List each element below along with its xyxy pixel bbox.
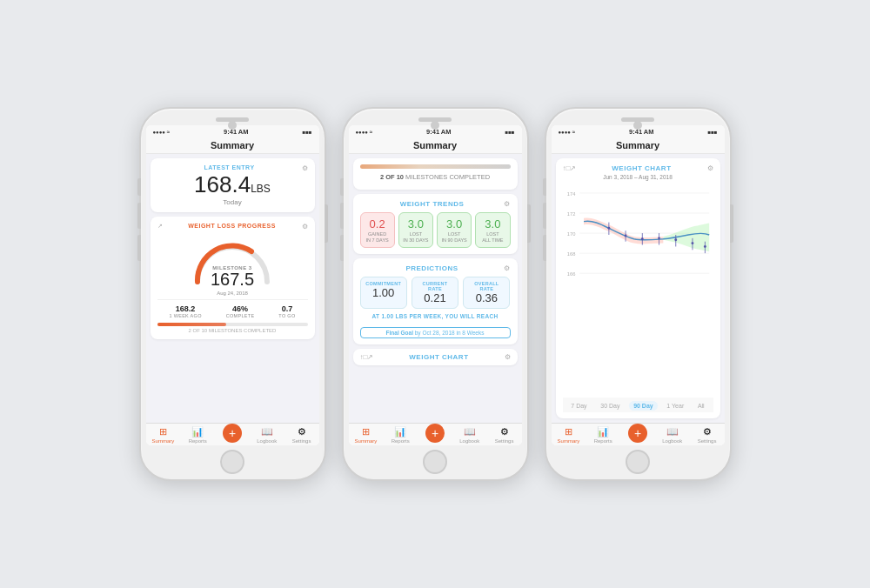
tab-reports-1[interactable]: 📊 Reports — [180, 426, 215, 444]
tab-summary-1[interactable]: ⊞ Summary — [146, 426, 181, 444]
prediction-reach-text: At 1.00 LBS Per Week, You Will Reach — [360, 313, 511, 319]
pred-overall-rate-label: Overall Rate — [467, 281, 505, 291]
expand-icon-3[interactable]: ↗ — [570, 164, 576, 172]
side-btn-mute — [137, 178, 141, 196]
status-bar-2: ●●●● ≈ 9:41 AM ■■■ — [349, 125, 522, 137]
weight-trends-card: Weight Trends ⚙ 0.2 Gainedin 7 Days 3.0 … — [353, 194, 518, 254]
signal-icon-2: ●●●● ≈ — [356, 130, 372, 135]
svg-text:166: 166 — [566, 271, 575, 277]
svg-point-23 — [703, 245, 706, 248]
trend-90day-value: 3.0 — [440, 217, 468, 231]
side-btn-power — [325, 204, 328, 243]
time-btn-90day[interactable]: 90 Day — [629, 401, 658, 411]
settings-tab-label-3: Settings — [698, 438, 717, 444]
status-time-3: 9:41 AM — [629, 128, 653, 136]
logbook-tab-icon-1: 📖 — [261, 426, 273, 438]
add-icon-3[interactable]: + — [628, 424, 647, 443]
time-selector: 7 Day 30 Day 90 Day 1 Year All — [563, 398, 713, 412]
tab-logbook-3[interactable]: 📖 Logbook — [655, 426, 690, 444]
time-btn-30day[interactable]: 30 Day — [596, 401, 624, 411]
pred-commitment-value: 1.00 — [365, 286, 403, 299]
goal-badge: Final Goal by Oct 28, 2018 in 8 Weeks — [360, 327, 511, 338]
latest-entry-gear-icon[interactable]: ⚙ — [302, 164, 308, 172]
stat-1week: 168.2 1 Week Ago — [169, 304, 201, 318]
tab-reports-3[interactable]: 📊 Reports — [586, 426, 620, 444]
svg-point-17 — [658, 237, 660, 239]
phone-2: ●●●● ≈ 9:41 AM ■■■ Summary 2 OF 10 MILES… — [342, 107, 529, 481]
expand-icon[interactable]: ↗ — [157, 223, 163, 230]
trend-90day-label: Lostin 90 Days — [440, 231, 468, 243]
tab-logbook-1[interactable]: 📖 Logbook — [250, 426, 284, 444]
trend-7day-label: Gainedin 7 Days — [364, 231, 392, 243]
time-btn-7day[interactable]: 7 Day — [566, 401, 591, 411]
share-icon-2[interactable]: ↑□ — [360, 353, 368, 361]
home-button-1[interactable] — [220, 450, 244, 474]
progress-gear-icon[interactable]: ⚙ — [302, 223, 308, 231]
trends-title: Weight Trends — [400, 200, 465, 208]
trend-90day: 3.0 Lostin 90 Days — [437, 212, 472, 248]
time-btn-1year[interactable]: 1 Year — [662, 401, 688, 411]
milestones-text-2: 2 OF 10 MILESTONES COMPLETED — [360, 173, 511, 181]
add-icon-1[interactable]: + — [223, 424, 242, 443]
logbook-tab-icon-2: 📖 — [464, 426, 476, 438]
pred-current-rate: Current Rate 0.21 — [412, 277, 458, 309]
settings-tab-label-2: Settings — [495, 438, 514, 444]
tab-settings-3[interactable]: ⚙ Settings — [690, 426, 725, 444]
phone-3: ●●●● ≈ 9:41 AM ■■■ Summary ↑□ ↗ Weight C… — [545, 107, 732, 481]
stat-togo: 0.7 To Go — [278, 304, 295, 318]
tab-settings-1[interactable]: ⚙ Settings — [284, 426, 319, 444]
weight-chart-card-2: ↑□ ↗ Weight Chart ⚙ — [353, 349, 518, 365]
phone-1: ●●●● ≈ 9:41 AM ■■■ Summary Latest Entry … — [139, 107, 326, 481]
stat-togo-value: 0.7 — [278, 304, 295, 313]
phone-speaker-3 — [621, 117, 654, 122]
trends-gear-icon[interactable]: ⚙ — [504, 200, 510, 208]
screen-content-1: Latest Entry ⚙ 168.4LBS Today ↗ Weight L… — [146, 154, 319, 423]
logbook-tab-label-2: Logbook — [459, 438, 479, 444]
settings-tab-icon-1: ⚙ — [298, 426, 306, 438]
screen-title-1: Summary — [146, 137, 319, 154]
summary-tab-label-3: Summary — [558, 438, 580, 444]
expand-icon-2[interactable]: ↗ — [367, 353, 373, 361]
tab-add-2[interactable]: + — [418, 426, 452, 444]
home-button-2[interactable] — [423, 450, 447, 474]
gauge-container: Milestone 3 167.5 — [157, 231, 308, 290]
tab-logbook-2[interactable]: 📖 Logbook — [452, 426, 487, 444]
status-time-1: 9:41 AM — [224, 128, 248, 136]
time-btn-all[interactable]: All — [693, 401, 709, 411]
logbook-tab-icon-3: 📖 — [666, 426, 679, 438]
chart-gear-icon-3[interactable]: ⚙ — [707, 164, 713, 172]
pred-current-rate-value: 0.21 — [416, 291, 454, 304]
summary-tab-icon-2: ⊞ — [362, 426, 370, 438]
signal-icon-3: ●●●● ≈ — [559, 130, 575, 135]
chart-header: ↑□ ↗ Weight Chart ⚙ — [563, 164, 713, 172]
trends-header: Weight Trends ⚙ — [360, 200, 511, 212]
add-icon-2[interactable]: + — [425, 424, 445, 443]
trend-30day-value: 3.0 — [402, 217, 430, 231]
weight-chart-label-2: Weight Chart — [373, 353, 504, 361]
svg-point-11 — [607, 227, 610, 230]
screen-content-2: 2 OF 10 MILESTONES COMPLETED Weight Tren… — [349, 154, 522, 423]
side-btn-vol-down-3 — [543, 235, 546, 261]
tab-add-3[interactable]: + — [620, 426, 655, 444]
trend-7day: 0.2 Gainedin 7 Days — [360, 212, 395, 248]
tab-summary-3[interactable]: ⊞ Summary — [552, 426, 586, 444]
pred-overall-rate-value: 0.36 — [467, 291, 505, 304]
side-btn-vol-up — [137, 203, 141, 229]
progress-header: ↗ Weight Loss Progress ⚙ — [157, 223, 308, 231]
stat-togo-label: To Go — [278, 313, 295, 318]
home-button-3[interactable] — [626, 450, 650, 474]
share-icon-3[interactable]: ↑□ — [563, 164, 571, 172]
tab-add-1[interactable]: + — [215, 426, 250, 444]
chart-gear-icon-2[interactable]: ⚙ — [505, 353, 511, 361]
tab-summary-2[interactable]: ⊞ Summary — [349, 426, 384, 444]
stat-complete: 46% Complete — [226, 304, 255, 318]
status-bar-3: ●●●● ≈ 9:41 AM ■■■ — [552, 125, 725, 137]
tab-reports-2[interactable]: 📊 Reports — [383, 426, 418, 444]
predictions-gear-icon[interactable]: ⚙ — [504, 264, 510, 272]
settings-tab-icon-2: ⚙ — [500, 426, 509, 438]
settings-tab-label-1: Settings — [292, 438, 311, 444]
milestone-bar — [360, 164, 511, 169]
tab-settings-2[interactable]: ⚙ Settings — [487, 426, 522, 444]
tab-bar-3: ⊞ Summary 📊 Reports + 📖 Logbook ⚙ Settin… — [552, 423, 725, 445]
side-btn-vol-up-2 — [340, 203, 344, 229]
